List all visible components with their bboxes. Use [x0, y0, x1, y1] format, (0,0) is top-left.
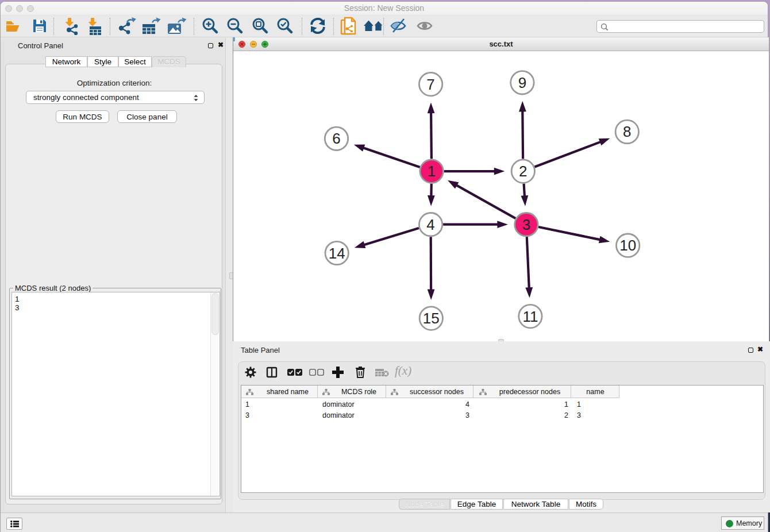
svg-text:15: 15: [423, 310, 440, 327]
svg-text:7: 7: [426, 76, 434, 93]
svg-text:4: 4: [426, 216, 434, 233]
svg-text:10: 10: [619, 237, 636, 254]
svg-text:1: 1: [428, 163, 436, 180]
svg-text:2: 2: [519, 163, 527, 180]
svg-text:3: 3: [522, 216, 530, 233]
svg-text:11: 11: [522, 308, 538, 325]
svg-text:9: 9: [518, 74, 526, 91]
svg-text:14: 14: [329, 245, 345, 262]
svg-text:6: 6: [332, 130, 340, 147]
svg-text:8: 8: [623, 123, 631, 140]
